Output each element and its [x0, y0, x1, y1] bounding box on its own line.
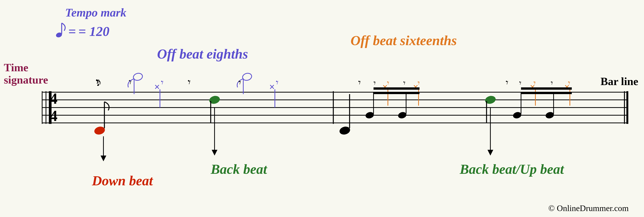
svg-text:×: × [413, 82, 418, 92]
svg-text:×: × [382, 82, 388, 92]
svg-text:4: 4 [50, 107, 58, 124]
svg-text:𝄾: 𝄾 [551, 81, 553, 85]
svg-text:𝄾: 𝄾 [403, 81, 405, 85]
svg-rect-54 [374, 87, 420, 90]
svg-point-60 [512, 111, 522, 119]
svg-text:𝄾: 𝄾 [519, 81, 521, 85]
svg-marker-20 [100, 156, 106, 161]
svg-rect-53 [374, 92, 420, 94]
music-diagram: Tempo mark = = 120 Timesignature Off bea… [0, 0, 644, 217]
svg-text:𝄾: 𝄾 [506, 81, 508, 84]
svg-rect-73 [521, 87, 572, 90]
svg-text:×: × [530, 82, 536, 92]
svg-rect-72 [521, 92, 572, 94]
svg-text:𝄾: 𝄾 [374, 81, 376, 85]
svg-marker-31 [212, 150, 218, 156]
svg-text:𝄾: 𝄾 [276, 81, 278, 84]
svg-marker-58 [488, 150, 493, 156]
svg-point-66 [545, 111, 555, 119]
svg-text:𝄾: 𝄾 [161, 81, 164, 84]
svg-text:4: 4 [50, 90, 58, 107]
svg-text:♪: ♪ [96, 76, 102, 88]
svg-point-41 [365, 111, 375, 119]
svg-point-55 [484, 95, 496, 105]
svg-text:×: × [564, 82, 570, 92]
svg-text:×: × [154, 81, 160, 92]
svg-text:𝄾: 𝄾 [188, 80, 190, 84]
svg-text:×: × [269, 81, 275, 92]
svg-point-47 [398, 111, 407, 119]
svg-text:𝄾: 𝄾 [358, 81, 361, 84]
svg-point-28 [208, 95, 221, 105]
notation-svg: 4 4 𝄾 ♪ 𝄾 [0, 0, 644, 217]
